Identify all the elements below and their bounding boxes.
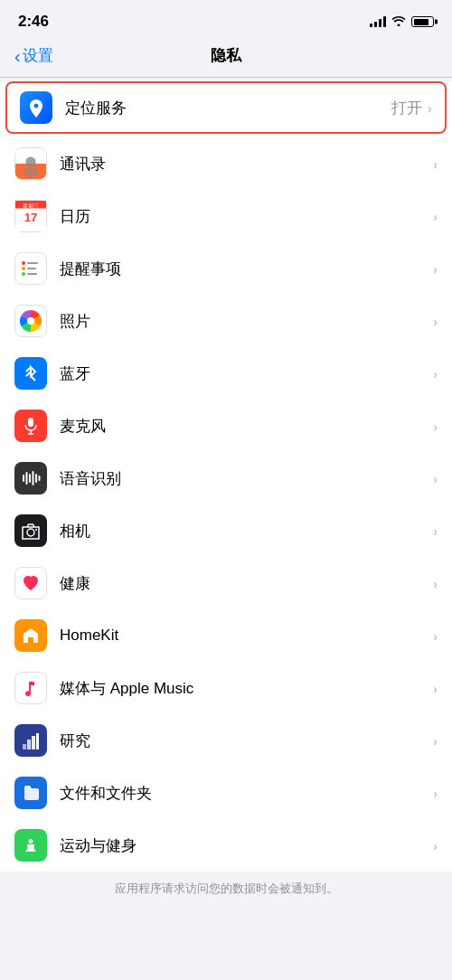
camera-icon [14, 514, 47, 547]
svg-rect-23 [39, 476, 41, 481]
speech-icon [14, 462, 47, 495]
svg-rect-15 [28, 418, 33, 427]
svg-rect-11 [27, 262, 38, 264]
list-item-reminders[interactable]: 提醒事项 › [0, 242, 452, 295]
fitness-chevron: › [433, 838, 438, 853]
media-chevron: › [433, 681, 438, 696]
fitness-label: 运动与健身 [60, 835, 433, 856]
reminders-chevron: › [433, 261, 438, 277]
list-item-calendar[interactable]: 17 星期三 日历 › [0, 190, 452, 242]
svg-rect-22 [35, 474, 37, 483]
svg-point-9 [22, 267, 25, 270]
list-item-bluetooth[interactable]: 蓝牙 › [0, 347, 452, 400]
svg-point-25 [35, 529, 37, 531]
list-item-research[interactable]: 研究 › [0, 714, 452, 767]
calendar-icon: 17 星期三 [14, 200, 47, 232]
back-label: 设置 [23, 45, 53, 66]
location-chevron: › [428, 100, 432, 116]
files-chevron: › [433, 786, 438, 801]
back-button[interactable]: ‹ 设置 [14, 45, 53, 66]
svg-text:星期三: 星期三 [23, 203, 39, 209]
svg-rect-18 [23, 475, 24, 482]
bluetooth-chevron: › [433, 366, 438, 382]
reminders-label: 提醒事项 [60, 259, 433, 279]
back-chevron-icon: ‹ [14, 47, 21, 65]
microphone-icon [14, 410, 47, 442]
health-icon [14, 567, 47, 599]
contacts-icon [14, 147, 47, 180]
settings-list: 定位服务 打开 › 通讯录 › 17 星期三 日历 › [0, 81, 452, 872]
location-value: 打开 [391, 98, 422, 118]
list-item-microphone[interactable]: 麦克风 › [0, 400, 452, 452]
bottom-description: 应用程序请求访问您的数据时会被通知到。 [0, 872, 452, 906]
bluetooth-icon [14, 357, 47, 390]
contacts-chevron: › [433, 156, 438, 172]
svg-rect-27 [27, 740, 31, 749]
media-icon [14, 672, 47, 704]
status-time: 2:46 [18, 13, 49, 31]
health-label: 健康 [60, 573, 433, 594]
microphone-label: 麦克风 [60, 416, 433, 437]
nav-bar: ‹ 设置 隐私 [0, 38, 452, 77]
svg-point-2 [25, 156, 35, 166]
list-item-speech[interactable]: 语音识别 › [0, 452, 452, 504]
camera-chevron: › [433, 523, 438, 539]
list-item-contacts[interactable]: 通讯录 › [0, 137, 452, 190]
list-item-photos[interactable]: 照片 › [0, 295, 452, 347]
reminders-icon [14, 252, 47, 285]
homekit-chevron: › [433, 628, 438, 644]
svg-text:17: 17 [24, 211, 38, 224]
svg-rect-29 [36, 733, 39, 749]
svg-point-8 [22, 261, 25, 265]
svg-rect-21 [33, 471, 34, 485]
svg-point-14 [27, 317, 34, 325]
list-item-camera[interactable]: 相机 › [0, 504, 452, 557]
research-chevron: › [433, 733, 438, 749]
bluetooth-label: 蓝牙 [60, 363, 433, 384]
research-icon [14, 724, 47, 757]
speech-chevron: › [433, 471, 438, 486]
svg-point-24 [27, 529, 34, 536]
list-item-homekit[interactable]: HomeKit › [0, 609, 452, 662]
homekit-label: HomeKit [60, 627, 433, 645]
fitness-icon [14, 829, 47, 862]
svg-point-10 [22, 272, 25, 276]
photos-icon [14, 305, 47, 337]
research-label: 研究 [60, 730, 433, 751]
photos-label: 照片 [60, 311, 433, 332]
battery-icon [411, 16, 434, 27]
svg-rect-26 [23, 744, 26, 749]
list-item-health[interactable]: 健康 › [0, 557, 452, 609]
camera-label: 相机 [60, 521, 433, 542]
microphone-chevron: › [433, 419, 438, 434]
media-label: 媒体与 Apple Music [60, 678, 433, 699]
svg-point-3 [24, 167, 39, 177]
svg-rect-20 [29, 474, 31, 483]
location-icon [20, 91, 52, 124]
speech-label: 语音识别 [60, 468, 433, 489]
homekit-icon [14, 619, 47, 652]
wifi-icon [391, 14, 406, 29]
nav-separator [0, 77, 452, 78]
status-bar: 2:46 [0, 0, 452, 38]
location-label: 定位服务 [65, 98, 391, 118]
list-item-fitness[interactable]: 运动与健身 › [0, 819, 452, 872]
svg-rect-28 [32, 736, 35, 749]
list-item-media[interactable]: 媒体与 Apple Music › [0, 662, 452, 714]
list-item-files[interactable]: 文件和文件夹 › [0, 767, 452, 819]
svg-rect-12 [27, 268, 36, 269]
status-icons [370, 14, 434, 29]
calendar-label: 日历 [60, 206, 433, 227]
svg-rect-13 [27, 273, 37, 275]
svg-rect-19 [26, 472, 28, 485]
files-icon [14, 777, 47, 809]
photos-chevron: › [433, 314, 438, 329]
page-title: 隐私 [211, 45, 241, 66]
calendar-chevron: › [433, 209, 438, 224]
files-label: 文件和文件夹 [60, 783, 433, 804]
list-item-location[interactable]: 定位服务 打开 › [5, 81, 447, 134]
health-chevron: › [433, 576, 438, 591]
contacts-label: 通讯录 [60, 154, 433, 174]
signal-icon [370, 16, 386, 27]
